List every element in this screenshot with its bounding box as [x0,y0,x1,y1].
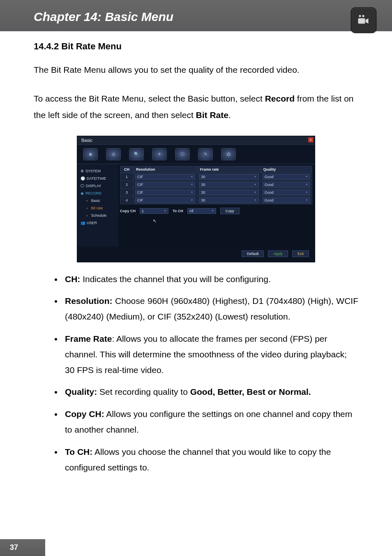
sidebar-item-label: Bit rate [91,206,103,210]
sidebar-item-label: RECORD [85,191,101,195]
resolution-dropdown[interactable]: CIF▼ [135,174,195,180]
table-row: 4 CIF▼ 30▼ Good▼ [120,196,312,204]
def-bold: Good, Better, Best or Normal. [190,387,311,396]
dropdown-value: Good [265,183,274,187]
dropdown-value: CIF [137,198,143,202]
cell-ch: 3 [120,188,134,196]
chevron-down-icon: ▼ [191,191,194,194]
quality-dropdown[interactable]: Good▼ [263,182,310,188]
quality-dropdown[interactable]: Good▼ [263,197,310,203]
list-item: To CH: Allows you choose the channel tha… [62,444,358,475]
dropdown-value: 30 [201,175,205,179]
def-term: CH: [65,274,80,284]
text: . [228,110,231,120]
sidebar-item-user[interactable]: 👥USER [77,219,118,227]
bitrate-table: CH Resolution Frame rate Quality 1 CIF▼ … [120,166,312,204]
chevron-down-icon: ▼ [211,209,214,212]
col-framerate: Frame rate [197,166,261,173]
exit-button[interactable]: Exit [292,250,309,257]
def-term: Resolution: [65,296,113,306]
chevron-down-icon: ▼ [164,209,166,212]
sidebar-item-label: Basic [91,199,100,203]
chevron-down-icon: ▼ [305,199,308,202]
list-item: Resolution: Choose 960H (960x480) (Highe… [62,293,358,324]
dropdown-value: All [189,209,194,213]
copy-ch-dropdown[interactable]: 1▼ [140,208,168,214]
col-resolution: Resolution [134,166,197,173]
sidebar: ⚙SYSTEM 🕒DATE/TIME 🖵DISPLAY ◉RECORD Basi… [77,164,118,246]
quality-dropdown[interactable]: Good▼ [263,174,310,180]
sidebar-item-label: USER [87,221,97,225]
def-text: Allows you configure the settings on one… [65,409,352,434]
target-icon: ◉ [81,191,84,195]
dialog-footer: Default Apply Exit [77,246,315,262]
chapter-header: Chapter 14: Basic Menu [0,0,392,31]
text: To access the Bit Rate Menu, select the … [34,94,265,103]
top-toolbar: ◉ ◎ 🔍 ✈ ⓘ ✎ ⏻ [77,145,315,164]
svg-point-0 [359,15,361,17]
list-item: Frame Rate: Allows you to allocate the f… [62,331,358,378]
col-quality: Quality [261,166,312,173]
copy-ch-label: Copy CH [120,209,136,213]
to-ch-dropdown[interactable]: All▼ [187,208,216,214]
quality-dropdown[interactable]: Good▼ [263,190,310,195]
sidebar-sub-bitrate[interactable]: Bit rate [83,204,118,212]
eye-icon[interactable]: ◎ [106,148,121,160]
chapter-title: Chapter 14: Basic Menu [0,10,392,24]
close-icon[interactable]: x [308,137,313,142]
framerate-dropdown[interactable]: 30▼ [199,182,258,188]
sidebar-item-system[interactable]: ⚙SYSTEM [77,167,118,175]
dropdown-value: Good [265,175,274,179]
default-button[interactable]: Default [242,250,264,257]
definitions-list: CH: Indicates the channel that you will … [34,271,358,475]
dropdown-value: Good [265,190,274,195]
window-title: Basic [81,138,92,143]
section-heading: 14.4.2 Bit Rate Menu [34,41,358,52]
def-term: Frame Rate [65,334,112,343]
apply-button[interactable]: Apply [268,250,288,257]
sidebar-item-datetime[interactable]: 🕒DATE/TIME [77,175,118,182]
dropdown-value: 1 [142,209,144,213]
sidebar-sub-basic[interactable]: Basic [83,197,118,204]
monitor-icon: 🖵 [81,184,84,188]
chevron-down-icon: ▼ [254,183,257,186]
chevron-down-icon: ▼ [191,199,194,202]
sidebar-item-label: DISPLAY [86,184,101,188]
resolution-dropdown[interactable]: CIF▼ [135,190,195,195]
intro-paragraph: The Bit Rate Menu allows you to set the … [34,62,358,78]
magnifier-icon[interactable]: 🔍 [129,148,144,160]
sidebar-item-label: DATE/TIME [87,176,106,181]
power-icon[interactable]: ⏻ [221,148,236,160]
list-item: Copy CH: Allows you configure the settin… [62,406,358,438]
sidebar-item-display[interactable]: 🖵DISPLAY [77,182,118,190]
dropdown-value: 30 [201,183,205,187]
access-paragraph: To access the Bit Rate Menu, select the … [34,90,358,123]
dashboard-icon[interactable]: ◉ [83,148,98,160]
camcorder-icon [351,7,376,33]
resolution-dropdown[interactable]: CIF▼ [135,197,195,203]
plane-icon[interactable]: ✈ [152,148,167,160]
framerate-dropdown[interactable]: 30▼ [199,190,258,195]
chevron-down-icon: ▼ [191,175,194,178]
pen-icon[interactable]: ✎ [198,148,213,160]
sidebar-item-record[interactable]: ◉RECORD [77,190,118,197]
users-icon: 👥 [81,221,85,225]
dropdown-value: CIF [137,183,143,187]
resolution-dropdown[interactable]: CIF▼ [135,182,195,188]
table-row: 3 CIF▼ 30▼ Good▼ [120,188,312,196]
copy-button[interactable]: Copy [220,208,240,214]
cell-ch: 2 [120,181,134,188]
info-icon[interactable]: ⓘ [175,148,190,160]
list-item: Quality: Set recording quality to Good, … [62,384,358,400]
def-term: Copy CH: [65,409,104,419]
framerate-dropdown[interactable]: 30▼ [199,197,258,203]
page-number: 37 [0,539,45,556]
chevron-down-icon: ▼ [254,191,257,194]
term-bitrate: Bit Rate [196,110,228,120]
chevron-down-icon: ▼ [254,199,257,202]
sidebar-sub-schedule[interactable]: Schedule [83,212,118,219]
dropdown-value: 30 [201,190,205,195]
cell-ch: 1 [120,173,134,181]
framerate-dropdown[interactable]: 30▼ [199,174,258,180]
svg-point-1 [362,15,364,17]
